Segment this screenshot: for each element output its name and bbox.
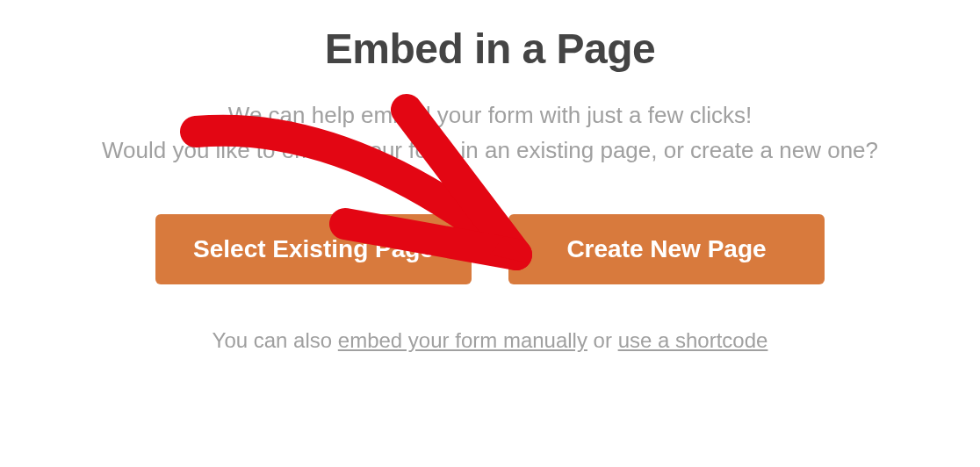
select-existing-page-button[interactable]: Select Existing Page xyxy=(155,214,472,284)
use-shortcode-link[interactable]: use a shortcode xyxy=(618,328,768,352)
subtitle-line-2: Would you like to embed your form in an … xyxy=(102,137,878,163)
embed-manually-link[interactable]: embed your form manually xyxy=(338,328,587,352)
button-row: Select Existing Page Create New Page xyxy=(60,214,920,284)
create-new-page-button[interactable]: Create New Page xyxy=(508,214,825,284)
footer-prefix: You can also xyxy=(213,328,338,352)
footer-middle: or xyxy=(587,328,618,352)
footer-text: You can also embed your form manually or… xyxy=(60,328,920,353)
dialog-subtitle: We can help embed your form with just a … xyxy=(60,97,920,169)
dialog-title: Embed in a Page xyxy=(60,25,920,73)
embed-dialog: Embed in a Page We can help embed your f… xyxy=(60,0,920,353)
subtitle-line-1: We can help embed your form with just a … xyxy=(228,102,752,128)
